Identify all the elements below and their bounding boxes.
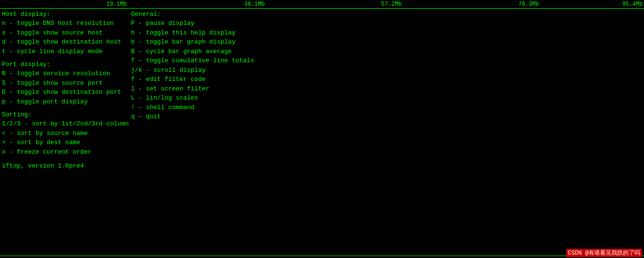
port-display-line-1: N - toggle service resolution <box>2 69 131 79</box>
general-line-3: b - toggle bar graph display <box>131 37 642 47</box>
left-column: Host display: n - toggle DNS host resolu… <box>2 11 131 254</box>
sorting-line-1: 1/2/3 - sort by 1st/2nd/3rd column <box>2 119 131 129</box>
scale-bar: 19.1Mb 38.1Mb 57.2Mb 76.3Mb 95.4Mb <box>0 0 644 9</box>
watermark: CSDN @有谁看见我跌的了吗 <box>566 249 642 257</box>
general-line-1: P - pause display <box>131 19 642 28</box>
sorting-line-4: o - freeze current order <box>2 147 131 157</box>
host-display-line-1: n - toggle DNS host resolution <box>2 19 131 28</box>
scale-marker-4: 76.3Mb <box>518 1 539 8</box>
bottom-bar: TX: cum: 45.5MB peak: 6.81Mb RX: 55.6MB … <box>0 256 644 258</box>
general-line-9: L - lin/log scales <box>131 93 642 103</box>
version-text: iftop, version 1.0pre4 <box>2 161 131 171</box>
general-line-10: ! - shell command <box>131 103 642 112</box>
general-line-4: B - cycle bar graph average <box>131 47 642 56</box>
general-line-2: h - toggle this help display <box>131 28 642 38</box>
host-display-section: Host display: n - toggle DNS host resolu… <box>2 11 131 56</box>
main-content: Host display: n - toggle DNS host resolu… <box>0 9 644 256</box>
general-title: General: <box>131 11 642 18</box>
terminal-container: 19.1Mb 38.1Mb 57.2Mb 76.3Mb 95.4Mb Host … <box>0 0 644 258</box>
port-display-section: Port display: N - toggle service resolut… <box>2 61 131 106</box>
host-display-line-2: s - toggle show source host <box>2 28 131 38</box>
sorting-line-2: < - sort by source name <box>2 129 131 138</box>
sorting-line-3: > - sort by dest name <box>2 138 131 147</box>
port-display-line-4: p - toggle port display <box>2 97 131 107</box>
general-section: General: P - pause display h - toggle th… <box>131 11 642 122</box>
sorting-title: Sorting: <box>2 111 131 118</box>
port-display-line-3: D - toggle show destination port <box>2 88 131 97</box>
port-display-title: Port display: <box>2 61 131 68</box>
host-display-line-3: d - toggle show destination host <box>2 37 131 47</box>
general-line-5: T - toggle cumulative line totals <box>131 56 642 66</box>
scale-marker-2: 38.1Mb <box>244 1 264 8</box>
host-display-line-4: t - cycle line display mode <box>2 47 131 56</box>
general-line-11: q - quit <box>131 112 642 122</box>
scale-marker-3: 57.2Mb <box>381 1 402 8</box>
scale-marker-1: 19.1Mb <box>106 1 127 8</box>
watermark-text: CSDN @有谁看见我跌的了吗 <box>568 250 640 257</box>
general-line-6: j/k - scroll display <box>131 66 642 75</box>
port-display-line-2: S - toggle show source port <box>2 79 131 88</box>
sorting-section: Sorting: 1/2/3 - sort by 1st/2nd/3rd col… <box>2 111 131 157</box>
scale-marker-5: 95.4Mb <box>622 1 643 8</box>
general-line-8: l - set screen filter <box>131 84 642 94</box>
host-display-title: Host display: <box>2 11 131 18</box>
general-line-7: f - edit filter code <box>131 75 642 84</box>
right-column: General: P - pause display h - toggle th… <box>131 11 642 254</box>
